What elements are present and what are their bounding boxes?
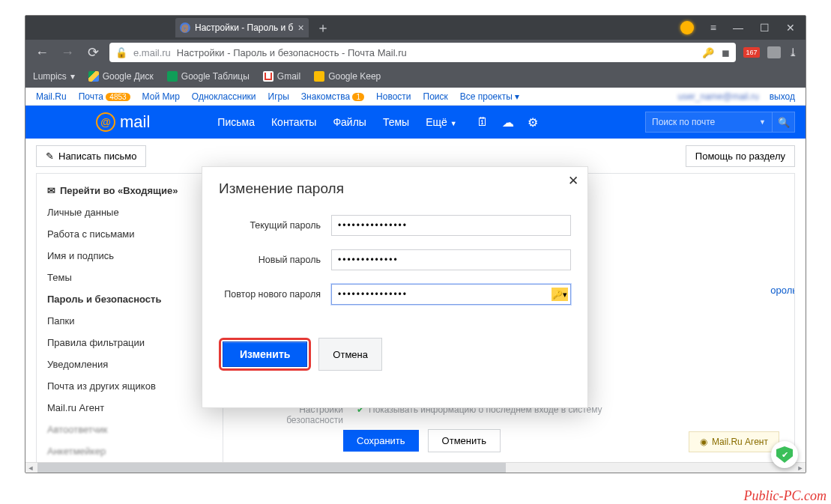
agent-icon: ◉ (700, 437, 707, 447)
nav-reload-button[interactable]: ⟳ (84, 44, 102, 61)
tab-close-icon[interactable]: × (297, 22, 303, 34)
edit-icon: ✎ (46, 151, 54, 162)
new-password-input[interactable] (331, 249, 571, 270)
calendar-icon[interactable]: 🗓 (477, 115, 489, 130)
portal-link-pochta[interactable]: Почта (79, 91, 103, 102)
portal-link-mailru[interactable]: Mail.Ru (36, 91, 67, 102)
extension-icon[interactable] (680, 21, 694, 34)
url-host: e.mail.ru (133, 47, 171, 58)
sidebar-item-themes[interactable]: Темы (37, 267, 223, 288)
downloads-icon[interactable]: ⤓ (788, 46, 798, 59)
sidebar-item-personal[interactable]: Личные данные (37, 201, 223, 223)
pochta-badge: 4853 (106, 93, 130, 101)
submit-button[interactable]: Изменить (223, 341, 307, 367)
browser-tab[interactable]: @ Настройки - Пароль и б × (175, 18, 309, 37)
bookmark-google-sheets[interactable]: Google Таблицы (167, 71, 250, 82)
nav-forward-button: → (58, 45, 76, 61)
window-minimize[interactable]: ― (733, 22, 743, 34)
bookmark-icon[interactable]: ◼ (722, 47, 730, 58)
sidebar-item-signature[interactable]: Имя и подпись (37, 245, 223, 267)
label-new-password: Новый пароль (219, 255, 331, 265)
sidebar-item-folders[interactable]: Папки (37, 310, 223, 332)
modal-title: Изменение пароля (219, 180, 571, 197)
bookmark-lumpics[interactable]: Lumpics ▾ (33, 71, 75, 82)
portal-link-vse[interactable]: Все проекты ▾ (460, 91, 519, 102)
portal-link-odnoklassniki[interactable]: Одноклассники (192, 91, 256, 102)
at-icon: @ (96, 112, 115, 132)
sidebar-item-autoresponder[interactable]: Автоответчик (37, 419, 223, 440)
portal-link-znakomstva[interactable]: Знакомства (301, 91, 350, 102)
label-repeat-password: Повтор нового пароля (219, 289, 331, 300)
password-manager-key-icon[interactable]: 🔑▾ (552, 288, 568, 301)
gear-icon[interactable]: ⚙ (528, 115, 538, 130)
chevron-down-icon[interactable]: ▼ (759, 118, 766, 126)
window-titlebar: @ Настройки - Пароль и б × ＋ ≡ ― ☐ ✕ (25, 16, 806, 40)
horizontal-scrollbar[interactable]: ◄ ► (25, 462, 806, 473)
envelope-icon: ✉ (47, 185, 55, 196)
extension-badge[interactable]: 167 (743, 47, 760, 58)
url-rest: Настройки - Пароль и безопасность - Почт… (177, 47, 407, 58)
extension-grey-icon[interactable] (767, 46, 781, 58)
address-bar: ← → ⟳ 🔓 e.mail.ru Настройки - Пароль и б… (25, 40, 806, 65)
scroll-thumb[interactable] (37, 463, 506, 473)
new-tab-button[interactable]: ＋ (309, 19, 337, 37)
portal-link-moimir[interactable]: Мой Мир (142, 91, 180, 102)
cloud-icon[interactable]: ☁ (502, 115, 514, 130)
nav-pisma[interactable]: Письма (217, 116, 255, 128)
portal-link-poisk[interactable]: Поиск (423, 91, 448, 102)
bookmark-gmail[interactable]: Gmail (263, 71, 300, 82)
sidebar-item-security[interactable]: Пароль и безопасность (37, 288, 223, 310)
mail-header: @ mail Письма Контакты Файлы Темы Ещё ▼ … (25, 106, 806, 139)
sidebar-item-external[interactable]: Почта из других ящиков (37, 375, 223, 397)
help-button[interactable]: Помощь по разделу (686, 145, 795, 167)
nav-temy[interactable]: Темы (383, 116, 409, 128)
sidebar-item-filters[interactable]: Правила фильтрации (37, 332, 223, 353)
nav-kontakty[interactable]: Контакты (271, 116, 316, 128)
tab-favicon: @ (180, 22, 190, 33)
mail-search-input[interactable]: Поиск по почте ▼ (645, 112, 773, 133)
portal-bar: Mail.Ru Почта 4853 Мой Мир Одноклассники… (25, 88, 806, 106)
logout-link[interactable]: выход (770, 91, 795, 102)
window-close[interactable]: ✕ (786, 22, 795, 34)
adguard-shield-icon[interactable]: ✔ (771, 441, 798, 468)
compose-button[interactable]: ✎ Написать письмо (36, 145, 146, 167)
key-icon[interactable]: 🔑 (702, 47, 714, 58)
bookmark-google-drive[interactable]: Google Диск (88, 71, 154, 82)
settings-sidebar: ✉ Перейти во «Входящие» Личные данные Ра… (36, 173, 223, 467)
nav-esche[interactable]: Ещё ▼ (426, 116, 456, 128)
watermark: Public-PC.com (744, 488, 827, 504)
sidebar-item-anketmaker[interactable]: Анкетмейкер (37, 440, 223, 462)
bg-save-button[interactable]: Сохранить (343, 430, 419, 452)
url-field[interactable]: 🔓 e.mail.ru Настройки - Пароль и безопас… (109, 43, 736, 62)
mail-logo[interactable]: @ mail (36, 112, 150, 132)
nav-back-button[interactable]: ← (33, 45, 51, 61)
bg-label2: безопасности (276, 415, 343, 425)
sidebar-item-letters[interactable]: Работа с письмами (37, 223, 223, 245)
window-maximize[interactable]: ☐ (760, 22, 770, 34)
change-password-modal: ✕ Изменение пароля Текущий пароль Новый … (202, 166, 588, 408)
sidebar-item-notifications[interactable]: Уведомления (37, 353, 223, 375)
znak-badge: 1 (352, 93, 364, 101)
sidebar-item-inbox[interactable]: ✉ Перейти во «Входящие» (37, 180, 223, 201)
portal-link-novosti[interactable]: Новости (376, 91, 411, 102)
sidebar-item-agent[interactable]: Mail.ru Агент (37, 397, 223, 419)
modal-close-icon[interactable]: ✕ (568, 173, 578, 189)
label-current-password: Текущий пароль (219, 220, 331, 231)
lock-icon: 🔓 (115, 47, 127, 58)
mail-search-button[interactable]: 🔍 (773, 112, 795, 133)
bookmark-google-keep[interactable]: Google Keep (314, 71, 381, 82)
cancel-button[interactable]: Отмена (318, 338, 382, 371)
repeat-password-input[interactable] (331, 284, 571, 305)
nav-faily[interactable]: Файлы (333, 116, 366, 128)
scroll-right-icon[interactable]: ► (795, 463, 806, 473)
bg-link-password[interactable]: ороль (770, 285, 795, 296)
bg-cancel-button[interactable]: Отменить (428, 429, 501, 452)
bookmarks-bar: Lumpics ▾ Google Диск Google Таблицы Gma… (25, 65, 806, 88)
menu-icon[interactable]: ≡ (710, 22, 716, 34)
current-password-input[interactable] (331, 215, 571, 236)
portal-link-igry[interactable]: Игры (268, 91, 289, 102)
highlight-ring: Изменить (219, 338, 311, 371)
scroll-left-icon[interactable]: ◄ (25, 463, 36, 473)
user-email[interactable]: user_name@mail.ru (677, 91, 758, 102)
bg-agent-chip[interactable]: ◉ Mail.Ru Агент (689, 431, 779, 452)
